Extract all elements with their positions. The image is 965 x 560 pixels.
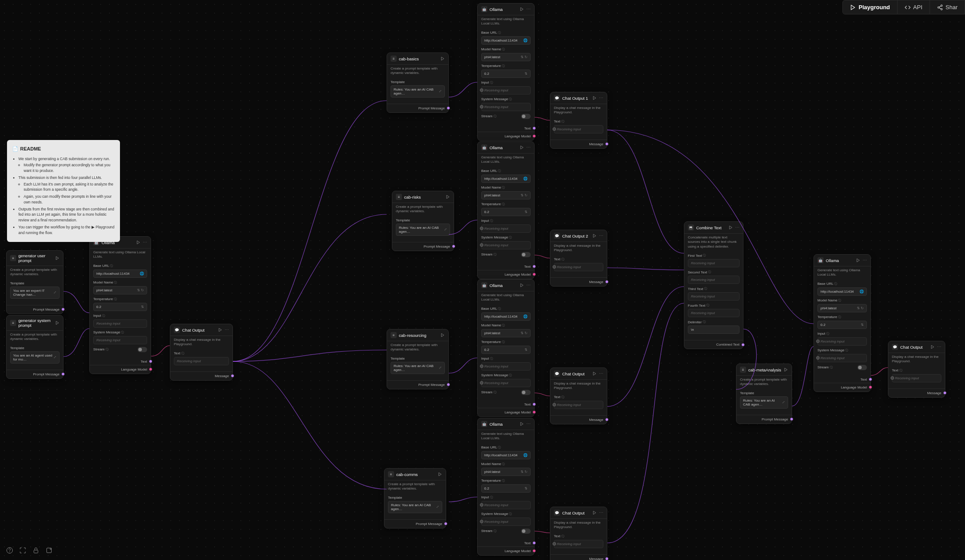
temperature-input[interactable]: 0.2⇅	[481, 70, 531, 78]
run-node-icon[interactable]	[856, 258, 860, 262]
stepper-icon[interactable]: ⇅	[525, 72, 528, 76]
modelname-input[interactable]: phi4:latest⇅ ↻	[481, 468, 531, 476]
run-node-icon[interactable]	[218, 328, 222, 332]
run-node-icon[interactable]	[136, 240, 141, 245]
modelname-input[interactable]: phi4:latest⇅ ↻	[93, 286, 147, 294]
node-menu-icon[interactable]: ⋯	[599, 511, 603, 515]
expand-icon[interactable]: ⤢	[444, 228, 447, 231]
stream-toggle[interactable]	[521, 114, 531, 119]
run-node-icon[interactable]	[55, 321, 60, 325]
stream-toggle[interactable]	[521, 252, 531, 257]
node-chat-output-2[interactable]: 💬Chat Output 2⋯ Display a chat message i…	[550, 230, 607, 287]
run-node-icon[interactable]	[784, 368, 788, 372]
baseurl-input[interactable]: http://localhost:11434🌐	[817, 287, 867, 296]
stepper-icon[interactable]: ⇅ ↻	[521, 193, 528, 197]
run-node-icon[interactable]	[592, 371, 597, 376]
globe-icon[interactable]: 🌐	[523, 38, 528, 42]
globe-icon[interactable]: 🌐	[523, 453, 528, 457]
stepper-icon[interactable]: ⇅	[861, 323, 864, 327]
node-cab-meta-analysis[interactable]: ≡cab-metaAnalysis Create a prompt templa…	[736, 364, 792, 424]
delimiter-input[interactable]: \n	[688, 326, 740, 334]
expand-icon[interactable]: ⤢	[782, 400, 785, 404]
expand-icon[interactable]: ⤢	[439, 89, 442, 93]
stepper-icon[interactable]: ⇅	[525, 486, 528, 490]
node-menu-icon[interactable]: ⋯	[526, 145, 531, 150]
stream-toggle[interactable]	[521, 528, 531, 534]
template-input[interactable]: You are an expert IT Change han…⤢	[10, 287, 60, 299]
run-node-icon[interactable]	[592, 234, 597, 238]
stepper-icon[interactable]: ⇅	[525, 210, 528, 214]
run-node-icon[interactable]	[520, 145, 524, 150]
baseurl-input[interactable]: http://localhost:11434🌐	[481, 312, 531, 321]
baseurl-input[interactable]: http://localhost:11434🌐	[481, 451, 531, 459]
stepper-icon[interactable]: ⇅	[141, 305, 144, 309]
stepper-icon[interactable]: ⇅ ↻	[857, 306, 864, 310]
lock-button[interactable]	[32, 546, 40, 555]
expand-icon[interactable]: ⤢	[439, 366, 442, 370]
node-generator-user-prompt[interactable]: ≡generator user prompt Create a prompt t…	[6, 250, 63, 314]
temperature-input[interactable]: 0.2⇅	[481, 346, 531, 354]
run-node-icon[interactable]	[438, 472, 442, 476]
node-menu-icon[interactable]: ⋯	[937, 345, 941, 349]
node-menu-icon[interactable]: ⋯	[526, 7, 531, 11]
expand-icon[interactable]: ⤢	[53, 355, 56, 359]
run-node-icon[interactable]	[592, 96, 597, 100]
stream-toggle[interactable]	[857, 365, 867, 370]
node-cab-comms[interactable]: ≡cab-comms Create a prompt template with…	[384, 468, 446, 528]
run-node-icon[interactable]	[440, 56, 445, 61]
modelname-input[interactable]: phi4:latest⇅ ↻	[481, 329, 531, 337]
stream-toggle[interactable]	[521, 390, 531, 395]
node-cab-risks[interactable]: ≡cab-risks Create a prompt template with…	[392, 191, 454, 251]
run-node-icon[interactable]	[729, 225, 733, 230]
template-input[interactable]: Rules: You are an AI CAB agen…⤢	[388, 501, 442, 513]
stepper-icon[interactable]: ⇅ ↻	[521, 331, 528, 335]
template-input[interactable]: Rules: You are an AI CAB agen…⤢	[396, 224, 450, 236]
modelname-input[interactable]: phi4:latest⇅ ↻	[481, 53, 531, 61]
note-button[interactable]	[45, 546, 53, 555]
node-ollama-4[interactable]: 🤖Ollama⋯ Generate text using Ollama Loca…	[477, 418, 535, 556]
node-generator-system-prompt[interactable]: ≡generator system prompt Create a prompt…	[6, 315, 63, 379]
run-node-icon[interactable]	[446, 195, 450, 199]
run-node-icon[interactable]	[520, 7, 524, 11]
help-button[interactable]	[5, 546, 14, 555]
node-chat-output-4[interactable]: 💬Chat Output⋯ Display a chat message in …	[550, 507, 607, 560]
template-input[interactable]: You are an AI agent used for mo…⤢	[10, 351, 60, 364]
template-input[interactable]: Rules: You are an AI CAB agen…⤢	[740, 396, 788, 409]
node-ollama-3[interactable]: 🤖Ollama⋯ Generate text using Ollama Loca…	[477, 279, 535, 417]
node-ollama-generator[interactable]: 🤖Ollama⋯ Generate text using Ollama Loca…	[89, 236, 151, 374]
temperature-input[interactable]: 0.2⇅	[817, 321, 867, 329]
node-ollama-2[interactable]: 🤖Ollama⋯ Generate text using Ollama Loca…	[477, 141, 535, 279]
node-chat-output-3[interactable]: 💬Chat Output⋯ Display a chat message in …	[550, 368, 607, 424]
globe-icon[interactable]: 🌐	[523, 177, 528, 181]
run-node-icon[interactable]	[520, 422, 524, 426]
fit-view-button[interactable]	[18, 546, 27, 555]
expand-icon[interactable]: ⤢	[53, 290, 56, 294]
run-node-icon[interactable]	[55, 256, 60, 260]
api-button[interactable]: API	[898, 0, 930, 14]
node-menu-icon[interactable]: ⋯	[599, 96, 603, 100]
stepper-icon[interactable]: ⇅ ↻	[521, 470, 528, 474]
baseurl-input[interactable]: http://localhost:11434🌐	[481, 36, 531, 45]
modelname-input[interactable]: phi4:latest⇅ ↻	[817, 304, 867, 312]
stepper-icon[interactable]: ⇅ ↻	[521, 55, 528, 59]
run-node-icon[interactable]	[592, 511, 597, 515]
node-menu-icon[interactable]: ⋯	[225, 328, 229, 332]
node-ollama-final[interactable]: 🤖Ollama⋯ Generate text using Ollama Loca…	[814, 254, 871, 392]
node-menu-icon[interactable]: ⋯	[599, 371, 603, 376]
node-chat-output-final[interactable]: 💬Chat Output⋯ Display a chat message in …	[888, 341, 945, 398]
node-menu-icon[interactable]: ⋯	[863, 258, 867, 262]
globe-icon[interactable]: 🌐	[523, 315, 528, 318]
expand-icon[interactable]: ⤢	[436, 505, 439, 509]
node-menu-icon[interactable]: ⋯	[599, 234, 603, 238]
stepper-icon[interactable]: ⇅	[525, 348, 528, 352]
node-cab-resourcing[interactable]: ≡cab-resourcing Create a prompt template…	[387, 329, 449, 389]
run-node-icon[interactable]	[520, 283, 524, 287]
share-button[interactable]: Shar	[930, 0, 965, 14]
run-node-icon[interactable]	[930, 345, 935, 349]
stepper-icon[interactable]: ⇅ ↻	[137, 288, 144, 292]
node-chat-output-main[interactable]: 💬Chat Output⋯ Display a chat message in …	[170, 324, 233, 381]
stream-toggle[interactable]	[137, 347, 147, 352]
globe-icon[interactable]: 🌐	[140, 272, 144, 276]
run-node-icon[interactable]	[440, 333, 445, 337]
temperature-input[interactable]: 0.2⇅	[481, 484, 531, 493]
